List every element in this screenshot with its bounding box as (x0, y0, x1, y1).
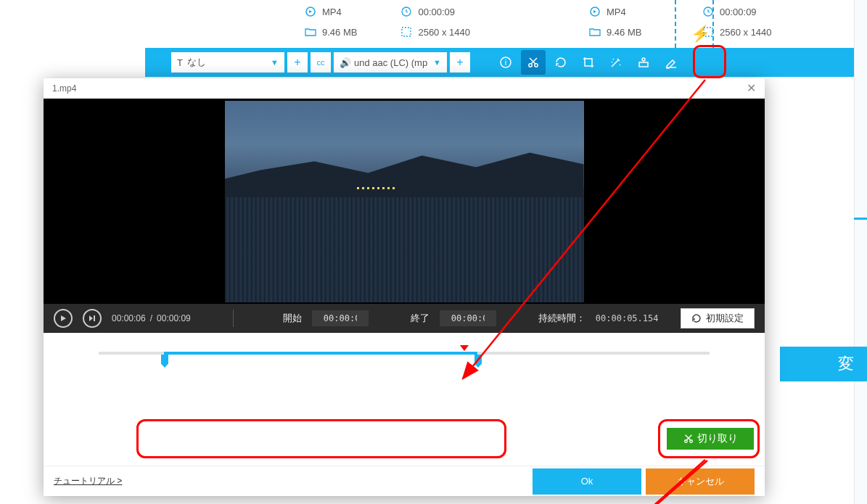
trim-selected-range (164, 352, 477, 355)
cancel-button[interactable]: キャンセル (646, 468, 755, 495)
start-time-input[interactable] (312, 310, 369, 326)
playhead-marker[interactable] (460, 345, 469, 351)
format-value: MP4 (322, 7, 342, 17)
side-tab-indicator (854, 218, 867, 220)
convert-button[interactable]: 変 (780, 347, 867, 381)
divider-dashed (675, 0, 676, 48)
duration-value-out: 00:00:09 (720, 7, 757, 17)
clock-icon (702, 6, 714, 17)
resolution-icon (400, 26, 412, 38)
size-value: 9.46 MB (322, 27, 357, 38)
subtitle-select[interactable]: T なし ▼ (171, 52, 284, 73)
format-value-out: MP4 (607, 7, 626, 17)
dialog-footer: チュートリアル > Ok キャンセル (44, 466, 765, 496)
trim-timeline-area (44, 333, 765, 362)
folder-icon (589, 26, 601, 38)
svg-rect-2 (402, 28, 411, 36)
playhead-time: 00:00:06 / 00:00:09 (112, 313, 191, 323)
cc-button[interactable]: cc (311, 52, 331, 73)
trim-handle-start[interactable] (161, 355, 168, 368)
resolution-icon (702, 26, 714, 38)
trim-dialog: 1.mp4 ✕ 00:00:06 / 00:00:09 (44, 78, 765, 496)
video-preview (44, 99, 765, 304)
add-subtitle-button[interactable]: + (287, 52, 308, 73)
info-button[interactable]: i (493, 50, 518, 75)
duration-value: 00:00:05.154 (596, 313, 659, 323)
rotate-button[interactable] (548, 50, 573, 75)
svg-rect-5 (704, 28, 712, 36)
step-button[interactable] (83, 309, 102, 328)
play-button[interactable] (54, 309, 73, 328)
crop-button[interactable] (576, 50, 601, 75)
subtitle-select-value: なし (187, 56, 206, 69)
svg-text:i: i (505, 58, 506, 67)
cut-button[interactable]: 切り取り (667, 428, 754, 450)
start-label: 開始 (283, 312, 302, 325)
audio-select[interactable]: 🔊 und aac (LC) (mp ▼ (334, 52, 447, 73)
file-info-row: MP4 9.46 MB 00:00:09 2560 x 1440 (145, 0, 863, 48)
effects-button[interactable] (604, 50, 628, 75)
watermark-button[interactable] (631, 50, 656, 75)
svg-point-12 (685, 440, 688, 443)
trim-track[interactable] (99, 352, 710, 355)
edit-button[interactable] (659, 50, 683, 75)
end-time-input[interactable] (440, 310, 496, 326)
resolution-value: 2560 x 1440 (418, 27, 470, 38)
clock-icon (400, 6, 412, 17)
dialog-title: 1.mp4 (52, 83, 76, 94)
folder-icon (305, 26, 316, 38)
duration-label: 持続時間： (538, 312, 585, 325)
trim-handle-end[interactable] (474, 355, 482, 368)
size-value-out: 9.46 MB (607, 27, 641, 38)
resolution-value-out: 2560 x 1440 (720, 27, 772, 38)
add-audio-button[interactable]: + (450, 52, 470, 73)
audio-select-value: und aac (LC) (mp (354, 57, 427, 68)
close-icon[interactable]: ✕ (747, 81, 756, 95)
side-panel (854, 0, 867, 504)
reset-button[interactable]: 初期設定 (681, 308, 755, 329)
main-window: MP4 9.46 MB 00:00:09 2560 x 1440 (0, 0, 867, 504)
svg-rect-10 (639, 62, 648, 67)
video-frame (225, 101, 584, 302)
end-label: 終了 (411, 312, 430, 325)
player-controls: 00:00:06 / 00:00:09 開始 終了 持続時間： 00:00:05… (44, 304, 765, 333)
dialog-titlebar: 1.mp4 ✕ (44, 78, 765, 99)
ok-button[interactable]: Ok (533, 468, 641, 495)
format-icon (589, 6, 601, 17)
format-icon (305, 6, 316, 17)
duration-value: 00:00:09 (418, 7, 455, 17)
svg-point-13 (690, 440, 693, 443)
edit-toolbar: T なし ▼ + cc 🔊 und aac (LC) (mp ▼ + i (145, 48, 867, 77)
svg-point-11 (642, 58, 645, 61)
tutorial-link[interactable]: チュートリアル > (54, 475, 122, 487)
cut-tool-button[interactable] (521, 50, 546, 75)
